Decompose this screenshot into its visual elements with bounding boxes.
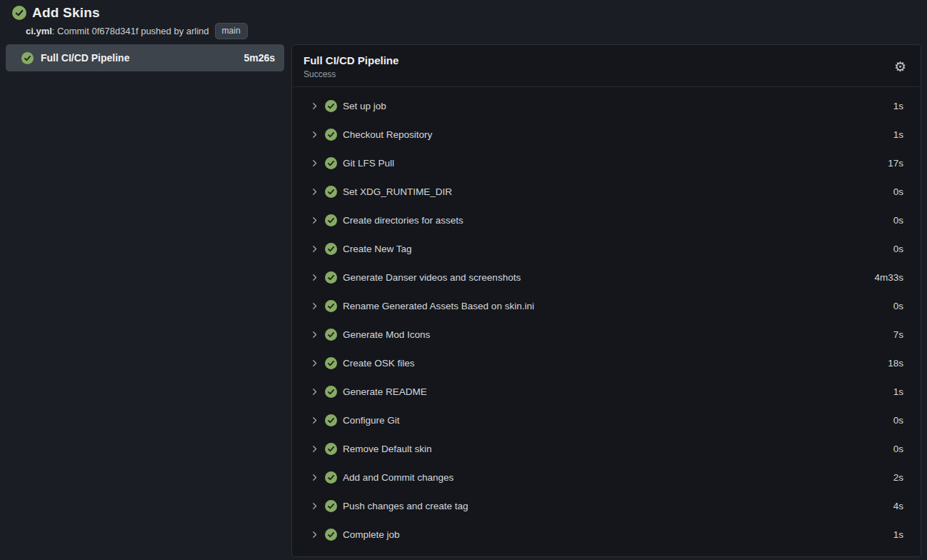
step-duration: 4m33s <box>874 272 903 283</box>
step-duration: 2s <box>893 472 903 483</box>
step-row[interactable]: Remove Default skin 0s <box>292 435 921 464</box>
commit-message: : Commit 0f678d341f pushed by arlind <box>52 26 209 36</box>
success-check-icon <box>325 214 337 226</box>
step-duration: 18s <box>888 358 903 369</box>
steps-list: Set up job 1s Checkout Repository 1s Git… <box>292 87 921 556</box>
step-row[interactable]: Set up job 1s <box>292 92 921 121</box>
step-row[interactable]: Set XDG_RUNTIME_DIR 0s <box>292 178 921 206</box>
step-row[interactable]: Create OSK files 18s <box>292 349 921 378</box>
success-check-icon <box>325 386 337 398</box>
step-row[interactable]: Configure Git 0s <box>292 406 921 435</box>
step-row[interactable]: Rename Generated Assets Based on skin.in… <box>292 292 921 321</box>
step-name: Push changes and create tag <box>343 501 468 511</box>
step-name: Generate Danser videos and screenshots <box>343 272 521 283</box>
step-duration: 0s <box>893 301 903 311</box>
step-row[interactable]: Create New Tag 0s <box>292 235 921 264</box>
success-check-icon <box>325 471 337 484</box>
chevron-right-icon[interactable] <box>311 359 319 367</box>
chevron-right-icon[interactable] <box>311 331 319 339</box>
step-duration: 1s <box>893 101 903 111</box>
step-name: Configure Git <box>343 415 400 426</box>
step-name: Set XDG_RUNTIME_DIR <box>343 186 452 197</box>
step-row[interactable]: Generate README 1s <box>292 378 921 406</box>
chevron-right-icon[interactable] <box>311 274 319 281</box>
success-check-icon <box>325 243 337 255</box>
run-header: Add Skins ci.yml: Commit 0f678d341f push… <box>0 0 927 39</box>
chevron-right-icon[interactable] <box>311 131 319 139</box>
success-check-icon <box>325 129 337 141</box>
chevron-right-icon[interactable] <box>311 531 319 539</box>
success-check-icon <box>325 157 337 169</box>
step-duration: 1s <box>893 129 903 140</box>
step-name: Generate README <box>343 386 427 397</box>
run-success-check-icon <box>12 6 26 20</box>
step-row[interactable]: Git LFS Pull 17s <box>292 149 921 178</box>
success-check-icon <box>325 414 337 426</box>
step-duration: 17s <box>888 158 903 169</box>
success-check-icon <box>325 100 337 112</box>
branch-badge[interactable]: main <box>215 23 248 39</box>
jobs-sidebar: Full CI/CD Pipeline 5m26s <box>6 44 284 71</box>
step-row[interactable]: Checkout Repository 1s <box>292 121 921 149</box>
success-check-icon <box>325 300 337 312</box>
step-name: Complete job <box>343 529 400 540</box>
chevron-right-icon[interactable] <box>311 416 319 424</box>
step-row[interactable]: Add and Commit changes 2s <box>292 464 921 492</box>
step-row[interactable]: Generate Mod Icons 7s <box>292 321 921 349</box>
step-name: Checkout Repository <box>343 129 432 140</box>
commit-info: ci.yml: Commit 0f678d341f pushed by arli… <box>26 26 209 36</box>
step-duration: 0s <box>893 244 903 254</box>
chevron-right-icon[interactable] <box>311 159 319 167</box>
step-duration: 1s <box>893 386 903 397</box>
step-duration: 7s <box>893 329 903 340</box>
step-name: Rename Generated Assets Based on skin.in… <box>343 301 534 311</box>
step-row[interactable]: Generate Danser videos and screenshots 4… <box>292 264 921 292</box>
chevron-right-icon[interactable] <box>311 102 319 110</box>
chevron-right-icon[interactable] <box>311 388 319 396</box>
step-duration: 0s <box>893 215 903 226</box>
job-detail-panel: Full CI/CD Pipeline Success ⚙ Set up job… <box>291 44 921 557</box>
workflow-file-name: ci.yml <box>26 26 52 36</box>
job-success-check-icon <box>21 52 34 64</box>
step-row[interactable]: Push changes and create tag 4s <box>292 492 921 521</box>
success-check-icon <box>325 329 337 341</box>
step-name: Create directories for assets <box>343 215 464 226</box>
success-check-icon <box>325 186 337 198</box>
step-name: Create OSK files <box>343 358 415 369</box>
success-check-icon <box>325 271 337 284</box>
step-row[interactable]: Create directories for assets 0s <box>292 206 921 235</box>
success-check-icon <box>325 357 337 369</box>
panel-job-status: Success <box>304 69 399 79</box>
step-name: Add and Commit changes <box>343 472 454 483</box>
gear-icon[interactable]: ⚙ <box>893 59 908 75</box>
step-name: Set up job <box>343 101 386 111</box>
step-duration: 0s <box>893 186 903 197</box>
step-duration: 4s <box>893 501 903 511</box>
step-duration: 1s <box>893 529 903 540</box>
chevron-right-icon[interactable] <box>311 502 319 510</box>
job-duration: 5m26s <box>244 52 275 64</box>
chevron-right-icon[interactable] <box>311 445 319 453</box>
step-name: Git LFS Pull <box>343 158 394 169</box>
step-duration: 0s <box>893 415 903 426</box>
run-title: Add Skins <box>32 5 100 21</box>
chevron-right-icon[interactable] <box>311 474 319 481</box>
step-name: Remove Default skin <box>343 444 432 454</box>
chevron-right-icon[interactable] <box>311 302 319 310</box>
step-name: Create New Tag <box>343 244 412 254</box>
panel-job-title: Full CI/CD Pipeline <box>304 54 399 68</box>
step-row[interactable]: Complete job 1s <box>292 521 921 549</box>
success-check-icon <box>325 529 337 541</box>
step-name: Generate Mod Icons <box>343 329 430 340</box>
sidebar-job-full-ci-cd-pipeline[interactable]: Full CI/CD Pipeline 5m26s <box>6 44 284 71</box>
success-check-icon <box>325 443 337 455</box>
chevron-right-icon[interactable] <box>311 188 319 196</box>
success-check-icon <box>325 500 337 512</box>
job-name: Full CI/CD Pipeline <box>41 52 129 64</box>
chevron-right-icon[interactable] <box>311 216 319 224</box>
step-duration: 0s <box>893 444 903 454</box>
chevron-right-icon[interactable] <box>311 245 319 253</box>
panel-header: Full CI/CD Pipeline Success ⚙ <box>292 45 921 87</box>
